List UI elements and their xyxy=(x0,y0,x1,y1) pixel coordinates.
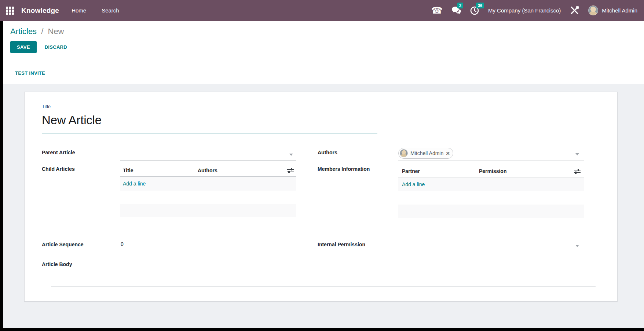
user-name: Mitchell Admin xyxy=(602,7,637,14)
voip-phone-button[interactable]: ☎ xyxy=(431,6,443,15)
add-line-row: Add a line xyxy=(120,177,296,191)
sliders-icon xyxy=(287,168,294,173)
internal-permission-label: Internal Permission xyxy=(318,242,365,247)
column-header-title[interactable]: Title xyxy=(123,168,198,173)
tools-icon xyxy=(570,5,579,15)
add-line-row: Add a line xyxy=(398,177,584,191)
discard-button[interactable]: DISCARD xyxy=(45,44,67,50)
chevron-down-icon xyxy=(575,245,579,247)
main-area: Articles / New SAVE DISCARD TEST INVITE … xyxy=(3,21,644,328)
messages-button[interactable]: 2 xyxy=(451,6,461,15)
author-tag-avatar xyxy=(400,149,408,157)
title-input-underline xyxy=(42,133,377,133)
article-sequence-input[interactable] xyxy=(120,239,292,252)
app-menus: Home Search xyxy=(72,7,119,14)
child-articles-add-a-line[interactable]: Add a line xyxy=(123,181,146,187)
article-body-editor[interactable] xyxy=(51,268,596,287)
members-information-label: Members Information xyxy=(318,166,370,172)
remove-tag-icon[interactable]: × xyxy=(446,150,450,157)
authors-label: Authors xyxy=(318,150,337,155)
empty-row xyxy=(120,204,296,217)
menu-search[interactable]: Search xyxy=(102,7,119,14)
save-button[interactable]: SAVE xyxy=(10,41,37,53)
content-background: Title Parent Article Authors Mitchell Ad… xyxy=(3,84,644,328)
optional-columns-button[interactable] xyxy=(287,168,294,173)
sliders-icon xyxy=(574,169,581,174)
breadcrumb-separator: / xyxy=(41,27,43,36)
activities-button[interactable]: 36 xyxy=(470,6,479,15)
optional-columns-button[interactable] xyxy=(574,169,581,174)
debug-tools-button[interactable] xyxy=(570,5,579,15)
user-menu[interactable]: Mitchell Admin xyxy=(588,5,637,15)
activities-badge: 36 xyxy=(476,3,484,8)
title-input[interactable] xyxy=(42,109,377,132)
messages-badge: 2 xyxy=(457,3,463,8)
empty-row xyxy=(120,191,296,204)
column-header-partner[interactable]: Partner xyxy=(402,168,479,174)
empty-row xyxy=(398,205,584,218)
chevron-down-icon xyxy=(289,154,293,156)
company-switcher[interactable]: My Company (San Francisco) xyxy=(488,7,561,14)
app-name[interactable]: Knowledge xyxy=(21,7,59,15)
column-header-permission[interactable]: Permission xyxy=(479,168,506,174)
chevron-down-icon xyxy=(575,153,579,155)
child-articles-header-row: Title Authors xyxy=(120,164,296,177)
menu-home[interactable]: Home xyxy=(72,7,86,14)
parent-article-dropdown[interactable] xyxy=(120,147,296,161)
apps-menu-icon[interactable] xyxy=(6,7,14,15)
article-form-sheet: Title Parent Article Authors Mitchell Ad… xyxy=(24,92,618,302)
article-sequence-label: Article Sequence xyxy=(42,242,84,247)
control-panel: Articles / New SAVE DISCARD xyxy=(3,21,644,62)
column-header-authors[interactable]: Authors xyxy=(198,168,217,173)
author-tag: Mitchell Admin × xyxy=(398,148,453,159)
article-body-label: Article Body xyxy=(42,261,72,267)
breadcrumb: Articles / New xyxy=(10,27,644,36)
author-tag-name: Mitchell Admin xyxy=(410,150,443,156)
phone-icon: ☎ xyxy=(431,6,443,15)
breadcrumb-current: New xyxy=(48,27,64,36)
top-navbar: Knowledge Home Search ☎ 2 36 My Company … xyxy=(0,0,644,21)
parent-article-label: Parent Article xyxy=(42,150,75,155)
authors-tags-field[interactable]: Mitchell Admin × xyxy=(398,146,584,161)
child-articles-label: Child Articles xyxy=(42,166,75,172)
internal-permission-select[interactable] xyxy=(398,239,584,252)
title-field-label: Title xyxy=(42,104,51,109)
members-information-list: Partner Permission Add a line xyxy=(398,165,584,218)
members-add-a-line[interactable]: Add a line xyxy=(402,181,425,187)
form-statusbar: TEST INVITE xyxy=(3,62,644,84)
test-invite-button[interactable]: TEST INVITE xyxy=(15,70,45,76)
user-avatar xyxy=(588,5,598,15)
breadcrumb-articles-link[interactable]: Articles xyxy=(10,27,37,36)
empty-row xyxy=(398,191,584,205)
members-header-row: Partner Permission xyxy=(398,165,584,177)
child-articles-list: Title Authors Add a line xyxy=(120,164,296,217)
